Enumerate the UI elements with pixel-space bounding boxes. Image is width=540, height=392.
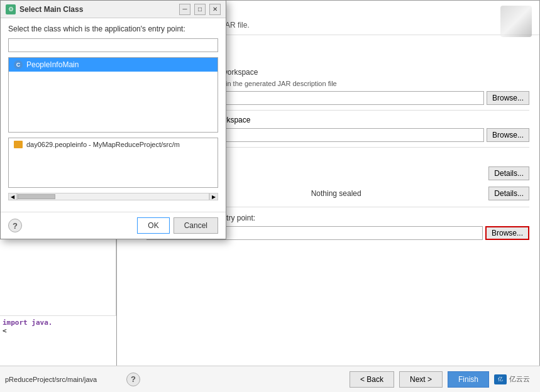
dialog-maximize-button[interactable]: □ [194,4,206,15]
dialog-footer: ? OK Cancel [1,212,226,239]
dialog-minimize-button[interactable]: ─ [179,4,190,15]
yiyun-icon: 亿 [494,374,507,384]
package-list-item[interactable]: day0629.peopleinfo - MyMapReduceProject/… [9,138,218,151]
status-bar: pReduceProject/src/main/java [0,366,116,392]
list-item-label: PeopleInfoMain [26,60,79,69]
dialog-title: Select Main Class [19,5,175,14]
dialog-close-button[interactable]: ✕ [209,4,221,15]
dialog-body: Select the class which is the applicatio… [1,18,226,212]
class-icon: C [14,60,23,69]
yiyun-label: 亿云云 [509,374,530,384]
manifest-file-input2[interactable] [190,128,484,142]
horizontal-scrollbar[interactable] [17,193,209,200]
yiyun-branding: 亿 亿云云 [494,374,530,384]
browse-button-2[interactable]: Browse... [487,128,529,142]
folder-icon [14,141,23,148]
dialog-titlebar: ⚙ Select Main Class ─ □ ✕ [1,1,226,18]
manifest-file-input1[interactable] [190,91,484,105]
scrollbar-thumb[interactable] [18,194,55,199]
scroll-left-arrow[interactable]: ◀ [8,193,17,200]
status-path: pReduceProject/src/main/java [5,376,97,383]
code-line2: < [3,327,7,335]
dialog-help-button[interactable]: ? [8,219,22,232]
package-item-label: day0629.peopleinfo - MyMapReduceProject/… [26,141,180,148]
list-item[interactable]: C PeopleInfoMain [9,58,218,72]
dialog-package-list[interactable]: day0629.peopleinfo - MyMapReduceProject/… [8,138,218,188]
dialog-ok-button[interactable]: OK [137,217,169,234]
nothing-sealed-label: Nothing sealed [311,189,361,198]
scroll-right-arrow[interactable]: ▶ [209,193,218,200]
next-button[interactable]: Next > [399,371,443,388]
browse-button-3[interactable]: Browse... [485,226,529,240]
finish-button[interactable]: Finish [448,371,489,388]
wizard-help-button[interactable]: ? [126,373,140,386]
dialog-description: Select the class which is the applicatio… [8,24,218,33]
details-button-1[interactable]: Details... [488,166,529,180]
dialog-class-list[interactable]: C PeopleInfoMain [8,57,218,133]
wizard-footer: ? < Back Next > Finish 亿 亿云云 [116,366,540,392]
dialog-cancel-button[interactable]: Cancel [174,217,218,234]
select-main-class-dialog: ⚙ Select Main Class ─ □ ✕ Select the cla… [0,0,226,239]
horizontal-scrollbar-area: ◀ ▶ [8,193,218,200]
wizard-logo [500,6,532,37]
dialog-search-input[interactable] [8,38,218,52]
code-editor-area: import java. < [0,315,116,366]
dialog-icon: ⚙ [6,4,16,14]
details-button-2[interactable]: Details... [488,187,529,200]
code-line1: import java. [3,318,52,327]
back-button[interactable]: < Back [350,371,394,388]
browse-button-1[interactable]: Browse... [487,91,529,105]
